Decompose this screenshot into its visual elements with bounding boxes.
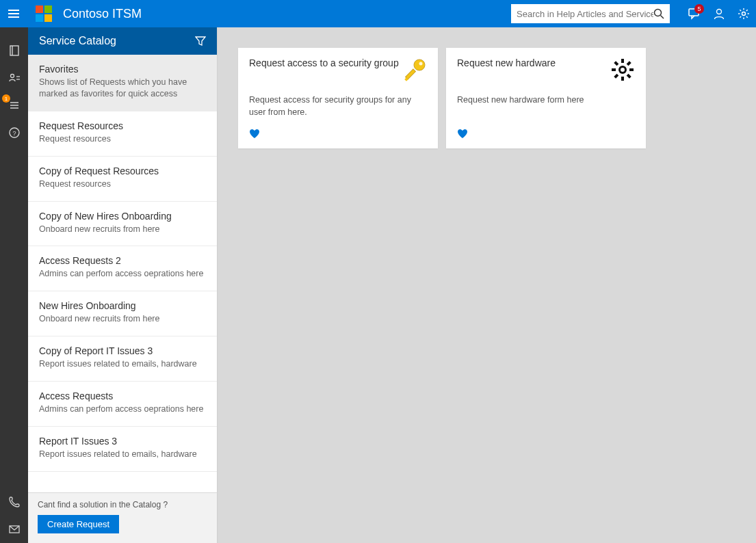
card-desc: Request new hardware form here	[457, 94, 635, 129]
category-title: Favorites	[39, 64, 206, 75]
svg-rect-37	[627, 74, 631, 79]
svg-rect-36	[614, 61, 618, 66]
category-item[interactable]: Copy of Request ResourcesRequest resourc…	[28, 157, 217, 202]
notification-button[interactable]: 5	[682, 0, 707, 27]
category-title: Access Requests 2	[39, 255, 206, 266]
service-card[interactable]: Request new hardwareRequest new hardware…	[446, 48, 646, 148]
category-item[interactable]: Access Requests 2Admins can perfom acces…	[28, 246, 217, 291]
category-item[interactable]: Report IT Issues 3Report issues related …	[28, 427, 217, 472]
category-title: Copy of Request Resources	[39, 165, 206, 176]
rail-phone-button[interactable]	[0, 488, 28, 516]
key-icon	[402, 57, 427, 82]
category-desc: Admins can perfom access oeprations here	[39, 403, 206, 415]
category-desc: Admins can perfom access oeprations here	[39, 268, 206, 280]
category-desc: Request resources	[39, 133, 206, 145]
app-title: Contoso ITSM	[63, 7, 142, 21]
category-item[interactable]: Copy of Report IT Issues 3Report issues …	[28, 336, 217, 382]
category-desc: Onboard new recruits from here	[39, 224, 206, 235]
app-header: Contoso ITSM 5	[0, 0, 756, 27]
svg-rect-34	[627, 61, 631, 66]
help-icon: ?	[8, 127, 21, 139]
notification-badge: 5	[694, 4, 704, 14]
category-title: Copy of Report IT Issues 3	[39, 345, 206, 356]
gear-icon	[738, 8, 750, 20]
search-input[interactable]	[517, 9, 653, 19]
rail-list-badge: 1	[2, 94, 10, 103]
category-desc: Onboard new recruits from here	[39, 313, 206, 325]
card-desc: Request access for security groups for a…	[249, 94, 427, 129]
category-desc: Report issues related to emails, hardwar…	[39, 358, 206, 370]
card-title: Request access to a security group	[249, 57, 399, 68]
list-icon	[8, 99, 21, 111]
footer-question: Cant find a solution in the Catalog ?	[38, 500, 207, 509]
rail-catalog-button[interactable]	[0, 37, 28, 64]
svg-point-25	[419, 62, 423, 66]
svg-line-9	[740, 10, 741, 11]
svg-rect-33	[629, 68, 634, 71]
book-icon	[8, 44, 21, 57]
user-icon	[713, 8, 725, 20]
settings-button[interactable]	[731, 0, 756, 27]
svg-point-29	[621, 68, 625, 72]
category-title: Report IT Issues 3	[39, 436, 206, 447]
svg-point-15	[10, 75, 14, 78]
search-icon	[653, 8, 664, 19]
svg-line-10	[746, 16, 748, 18]
create-request-button[interactable]: Create Request	[38, 515, 119, 533]
rail-list-button[interactable]: 1	[0, 92, 28, 119]
svg-rect-13	[10, 46, 18, 55]
svg-point-24	[414, 59, 425, 70]
category-item[interactable]: Request ResourcesRequest resources	[28, 111, 217, 157]
filter-icon[interactable]	[195, 36, 206, 47]
left-rail: 1 ?	[0, 27, 28, 543]
sidebar-title: Service Catalog	[39, 35, 116, 47]
sidebar-header: Service Catalog	[28, 27, 217, 55]
sidebar: Service Catalog FavoritesShows list of R…	[28, 27, 218, 543]
microsoft-logo-icon	[36, 5, 52, 22]
search-box[interactable]	[511, 4, 670, 23]
svg-line-11	[740, 16, 741, 18]
service-card[interactable]: Request access to a security groupReques…	[238, 48, 438, 148]
category-title: New Hires Onboarding	[39, 300, 206, 311]
category-title: Access Requests	[39, 390, 206, 401]
gear-icon	[610, 57, 635, 82]
svg-rect-31	[621, 77, 624, 81]
category-item[interactable]: FavoritesShows list of Requests which yo…	[28, 55, 217, 111]
rail-help-button[interactable]: ?	[0, 119, 28, 146]
svg-rect-26	[406, 69, 416, 79]
hamburger-button[interactable]	[0, 0, 27, 27]
category-item[interactable]: Copy of New Hires OnboardingOnboard new …	[28, 202, 217, 247]
svg-rect-30	[621, 59, 624, 63]
svg-point-3	[717, 10, 722, 14]
svg-point-4	[742, 12, 746, 16]
people-icon	[8, 72, 21, 84]
card-title: Request new hardware	[457, 57, 556, 68]
category-desc: Report issues related to emails, hardwar…	[39, 449, 206, 460]
category-list: FavoritesShows list of Requests which yo…	[28, 55, 217, 492]
category-desc: Request resources	[39, 178, 206, 190]
svg-rect-35	[614, 74, 618, 79]
category-desc: Shows list of Requests which you have ma…	[39, 77, 206, 100]
category-title: Request Resources	[39, 120, 206, 131]
rail-mail-button[interactable]	[0, 516, 28, 543]
phone-icon	[8, 496, 21, 508]
mail-icon	[8, 523, 21, 535]
favorite-heart-icon[interactable]	[457, 129, 635, 142]
svg-point-0	[655, 10, 662, 16]
svg-text:?: ?	[12, 130, 16, 137]
category-title: Copy of New Hires Onboarding	[39, 211, 206, 222]
sidebar-footer: Cant find a solution in the Catalog ? Cr…	[28, 492, 217, 543]
favorite-heart-icon[interactable]	[249, 129, 427, 142]
svg-rect-32	[612, 68, 616, 71]
main-content: Request access to a security groupReques…	[218, 27, 756, 543]
category-item[interactable]: New Hires OnboardingOnboard new recruits…	[28, 291, 217, 336]
category-item[interactable]: Access RequestsAdmins can perfom access …	[28, 382, 217, 427]
svg-line-12	[746, 10, 748, 11]
svg-line-1	[661, 16, 664, 19]
user-account-button[interactable]	[707, 0, 731, 27]
rail-people-button[interactable]	[0, 64, 28, 92]
